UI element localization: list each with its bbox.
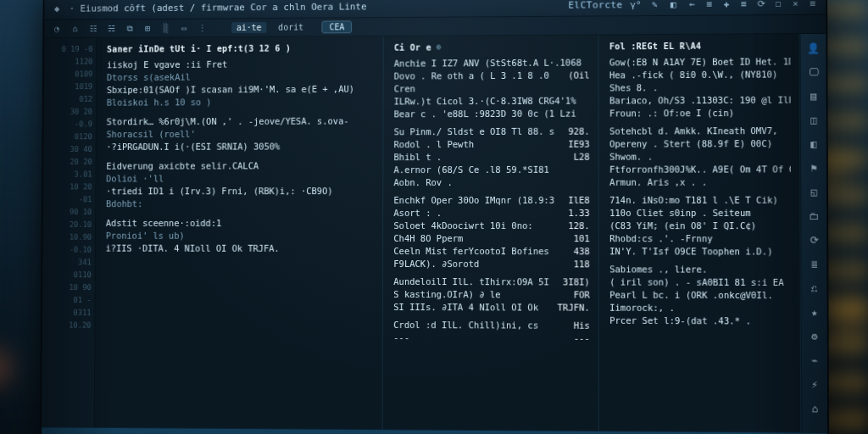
left-block: iiskoj E vgave :ii FretDtorss s(asekAilS…: [107, 58, 375, 109]
kv-key: F9LACK). ∂Sorotd: [393, 258, 566, 270]
info-line: Ftforronfh300J%K.. A9E( Om 4T Of COKi: [609, 163, 791, 175]
kv-value: 118: [574, 258, 590, 270]
kv-row: ------: [393, 331, 590, 345]
kv-key: Cren: [394, 82, 583, 96]
m-icon-5[interactable]: ⊞: [142, 22, 153, 34]
gutter-line: -01: [47, 193, 92, 206]
m-icon-6[interactable]: ░: [160, 22, 172, 34]
window-title: · Eiusmod côft (adest / firmwrae Cor a c…: [70, 1, 367, 14]
tab-1[interactable]: dorit: [273, 22, 309, 33]
info-line: Froun: .: Of:oe I (cin): [609, 107, 791, 120]
code-line: Bloiskoi h.s 10 so ): [107, 96, 375, 109]
code-line: iiskoj E vgave :ii Fret: [107, 58, 375, 71]
kv-key: Ceeln Mist ferYcootoI Bofines: [393, 245, 566, 258]
dot-icon: ⊙: [437, 42, 442, 54]
monitor-icon[interactable]: 🖵: [805, 64, 821, 80]
list-icon[interactable]: ≡: [704, 0, 715, 10]
kv-row: Bhibl t .L28: [394, 151, 590, 164]
m-icon-2[interactable]: ☷: [87, 23, 99, 35]
info-line: Shwom. .: [609, 150, 791, 164]
kv-key: ---: [393, 331, 567, 345]
kv-row: Cren: [394, 82, 590, 96]
line-gutter: 0 19 -011200109101901230 20-0.9012030 40…: [42, 38, 97, 427]
kv-key: Aobn. Rov .: [393, 176, 582, 189]
left-block: Stordirk… %6r0j\M.(ON ,' . -jeove/YESA. …: [106, 114, 374, 153]
m-icon-0[interactable]: ◔: [51, 23, 63, 35]
user-icon[interactable]: 👤: [805, 41, 821, 56]
kv-row: AundeloilI IlL. tIhirx:O9A 5I3I8I): [393, 275, 590, 289]
info-line: ( iril son) . - sA0BI1 81 s:i EA: [609, 275, 791, 289]
tab-0[interactable]: ai·te: [231, 22, 266, 33]
kv-value: TRJFN.: [558, 301, 590, 314]
refresh-icon[interactable]: ⟳: [806, 232, 821, 248]
panel-icon[interactable]: ◧: [667, 0, 679, 10]
pane-mid[interactable]: Ci Or e ⊙ Anchie I IZ7 ANV (StSt68t.A L·…: [383, 35, 599, 431]
kv-value: ---: [574, 332, 590, 345]
m-icon-7[interactable]: ▭: [178, 22, 190, 34]
kv-key: Asort : .: [393, 207, 561, 220]
back-icon[interactable]: ←: [686, 0, 698, 10]
menu-icon[interactable]: ≡: [737, 0, 749, 10]
star-icon[interactable]: ★: [806, 304, 822, 320]
pane-mid-header: Ci Or e ⊙: [394, 41, 590, 54]
minimize-icon[interactable]: ☐: [772, 0, 784, 10]
pane-right[interactable]: Fol :REGt EL R\A4 Gow(:E8 N A1AY 7E) Boe…: [599, 34, 802, 432]
cea-pill[interactable]: CEA: [322, 20, 353, 33]
code-line: Sbxipe:01(SAOf )I scasan ii9M·'M. sa e(E…: [107, 83, 375, 97]
code-line: ·triedi ID1 i (Irv.3) Frni, (RBK)i,: ·CB…: [106, 185, 375, 198]
gear-icon[interactable]: ⚙: [806, 329, 822, 344]
code-line: i?IIS ·DITA. 4 NIoll OI Ok TRJFA.: [106, 242, 375, 255]
kv-key: SI IIIs. ∂ITA 4 NIoll OI Ok: [393, 301, 550, 314]
panes: Saner iInDe tUt i· I epf:t(3 12 6 ) iisk…: [95, 34, 827, 432]
filter-icon[interactable]: ◧: [806, 136, 821, 152]
info-line: Rhobd:cs .'. -Frnny: [609, 232, 791, 245]
m-icon-1[interactable]: ⌂: [69, 23, 81, 35]
pane-right-header: Fol :REGt EL R\A4: [609, 39, 791, 53]
m-icon-3[interactable]: ☵: [105, 23, 117, 35]
bolt-icon[interactable]: ⚡: [807, 377, 823, 392]
kv-row: Crdol :d IlL. Chill)ini, csHis: [393, 319, 590, 332]
kv-key: A.ernor (68/S Ce .l8 59.*SI81: [394, 164, 583, 176]
reload-icon[interactable]: ⟳: [755, 0, 767, 10]
folder-icon[interactable]: 🗀: [806, 209, 821, 224]
kv-row: Anchie I IZ7 ANV (StSt68t.A L·.1068: [394, 57, 590, 70]
info-line: 110o Cliet s0inp . Seiteum: [609, 207, 791, 220]
more-icon[interactable]: ≡: [807, 0, 819, 9]
info-line: Shes 8. .: [609, 81, 791, 94]
kv-key: Soloet 4kDoociwrt 10i 0no:: [393, 220, 561, 232]
info-line: IN'Y. T'Isf O9CE Toophen i.D.): [609, 245, 791, 258]
cfg-icon[interactable]: γ°: [630, 0, 642, 11]
kv-value: 101: [574, 232, 590, 245]
m-icon-4[interactable]: ⧉: [124, 22, 136, 34]
close-icon[interactable]: ×: [789, 0, 801, 9]
kv-key: Dovo . Re oth a ( L 3 .1 8 .0: [394, 70, 561, 83]
m-icon-8[interactable]: ⋮: [197, 22, 209, 34]
code-line: ·?iPRGADUN.I i(·(ESI SRNIA) 3050%: [106, 140, 374, 153]
gutter-line: 20 20: [47, 156, 92, 169]
tag-icon[interactable]: ⌂: [807, 401, 823, 416]
grid-icon[interactable]: ◫: [806, 113, 821, 128]
flag-icon[interactable]: ⚑: [806, 160, 821, 175]
kv-key: Ch4H 8O Pperm: [393, 232, 566, 245]
kv-key: Bear c . 'e88L :9823D 30 0c (1 Lzi: [394, 108, 583, 121]
chart-icon[interactable]: ◱: [806, 185, 821, 200]
drop-icon[interactable]: ⎌: [806, 281, 822, 296]
pane-left[interactable]: Saner iInDe tUt i· I epf:t(3 12 6 ) iisk…: [95, 36, 384, 429]
gutter-line: -0.9: [47, 119, 92, 131]
layers-icon[interactable]: ≣: [806, 257, 821, 272]
kv-row: Bear c . 'e88L :9823D 30 0c (1 Lzi: [394, 108, 590, 121]
left-block: Adstit sceenne·:oidd:1Pronioi' ls ub)i?I…: [106, 217, 375, 255]
right-sidebar: 👤🖵▤◫◧⚑◱🗀⟳≣⎌★⚙⌁⚡⌂: [800, 34, 827, 432]
edit-icon[interactable]: ✎: [648, 0, 660, 11]
gutter-line: 30 40: [47, 143, 92, 156]
gutter-line: 012: [47, 93, 93, 106]
key-icon[interactable]: ⌁: [807, 353, 823, 368]
info-line: Armun. Aris ,x . .: [609, 175, 791, 188]
gutter-line: 0110: [46, 269, 92, 281]
pane-left-title: Saner iInDe tUt i· I epf:t(3 12 6 ): [107, 42, 291, 56]
gutter-line: 10.90: [47, 231, 92, 244]
kv-value: IE93: [568, 138, 589, 151]
add-icon[interactable]: ✚: [721, 0, 732, 10]
doc-icon[interactable]: ▤: [805, 88, 821, 103]
info-line: 714n. iNsO:mo T181 l .\E T Cik): [609, 194, 791, 207]
